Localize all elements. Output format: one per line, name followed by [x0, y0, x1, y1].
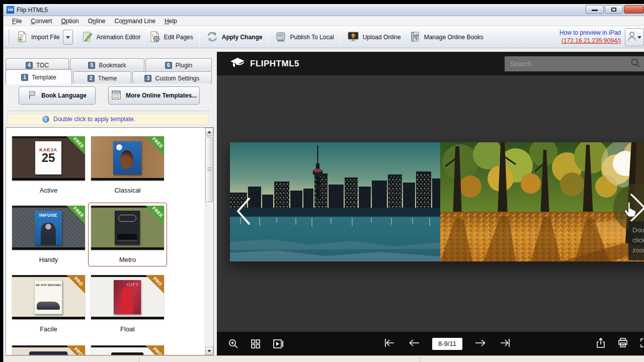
free-badge: FREE [66, 136, 85, 155]
template-partial-2[interactable]: PRO [91, 345, 164, 355]
hint-text: Double click to apply template. [53, 116, 135, 123]
autoflip-icon[interactable] [272, 338, 284, 349]
fliphtml5-logo-icon [229, 56, 246, 71]
template-metro-thumbnail[interactable]: FREE [91, 206, 164, 250]
last-page-icon[interactable] [499, 338, 512, 350]
hint-bar: i Double click to apply template. [8, 114, 209, 125]
title-bar: H5 Flip HTML5 [4, 4, 644, 16]
template-name: Classical [91, 187, 164, 194]
maximize-icon [611, 8, 616, 12]
more-online-templates-label: More Online Templates... [126, 92, 197, 99]
tab-number-badge: 3 [144, 75, 151, 82]
previous-page-icon[interactable] [408, 338, 420, 350]
cover-title: INFUSE [35, 213, 62, 218]
next-page-icon[interactable] [474, 338, 487, 350]
ipad-preview-link[interactable]: How to preview in iPad (172.16.21.235:90… [559, 29, 621, 45]
toolbar-grip [8, 30, 9, 45]
tab-custom-settings[interactable]: 3 Custom Settings [132, 71, 212, 84]
toolbar-separator [268, 29, 269, 46]
edit-pages-label: Edit Pages [164, 34, 193, 41]
fullscreen-icon[interactable] [639, 337, 644, 350]
template-list-scrollbar[interactable] [205, 128, 213, 355]
more-online-templates-button[interactable]: More Online Templates... [108, 86, 200, 105]
menu-online[interactable]: Online [84, 17, 110, 26]
menu-help[interactable]: Help [160, 17, 182, 26]
tab-number-badge: 5 [88, 62, 95, 69]
template-classical-thumbnail[interactable]: FREE [91, 136, 164, 180]
import-file-dropdown[interactable] [63, 30, 73, 45]
print-icon[interactable] [617, 337, 628, 350]
template-float-thumbnail[interactable]: GIFT PRO [91, 275, 164, 319]
ipad-link-url[interactable]: (172.16.21.235:9094/) [559, 37, 621, 45]
import-file-label: Import File [31, 34, 60, 41]
template-list: KAEJA 25 FREE Active FREE Classical [6, 127, 214, 355]
first-page-icon[interactable] [383, 338, 396, 350]
book-stage: Double click to zoom in. [217, 75, 644, 332]
triangle-up-icon [207, 131, 211, 133]
window-title: Flip HTML5 [17, 7, 48, 14]
search-icon[interactable] [630, 58, 640, 70]
page-indicator[interactable]: 8-9/11 [432, 338, 462, 350]
templates-window-icon [111, 90, 121, 102]
cover-number: 25 [35, 152, 61, 163]
screen-frame: H5 Flip HTML5 File Convert Option Online… [0, 0, 644, 362]
zoom-in-icon[interactable] [228, 338, 239, 349]
import-file-button[interactable]: Import File [12, 28, 64, 47]
template-thumbnail[interactable]: PRO [12, 345, 85, 355]
template-handy[interactable]: INFUSE FREE Handy [12, 206, 85, 263]
tab-number-badge: 4 [26, 62, 33, 69]
manage-online-books-button[interactable]: Manage Online Books [405, 28, 488, 47]
animation-editor-button[interactable]: Animation Editor [77, 28, 145, 47]
zoom-tooltip: Double click to zoom in. [628, 221, 644, 260]
tab-label: Bookmark [99, 62, 126, 69]
book-language-label: Book Language [41, 92, 87, 99]
free-badge: FREE [66, 206, 85, 224]
thumbnails-icon[interactable] [250, 338, 261, 349]
publish-local-icon [275, 31, 287, 44]
template-handy-thumbnail[interactable]: INFUSE FREE [12, 206, 85, 250]
scroll-up-button[interactable] [205, 128, 213, 136]
share-icon[interactable] [595, 337, 606, 350]
template-partial-1[interactable]: PRO [12, 345, 85, 355]
apply-change-icon [206, 31, 219, 44]
tab-plugin[interactable]: 6 Plugin [145, 58, 212, 71]
menu-bar: File Convert Option Online Command Line … [4, 16, 644, 26]
template-classical[interactable]: FREE Classical [91, 136, 164, 194]
tab-bookmark[interactable]: 5 Bookmark [70, 58, 144, 71]
menu-file[interactable]: File [8, 17, 26, 26]
edit-pages-button[interactable]: Edit Pages [145, 28, 197, 47]
account-button[interactable] [625, 28, 644, 46]
cover-title: DE WIT MOTORS [35, 284, 62, 287]
menu-option[interactable]: Option [56, 17, 83, 26]
book-language-button[interactable]: Book Language [19, 86, 96, 105]
tab-theme[interactable]: 2 Theme [73, 71, 131, 84]
ipad-link-text[interactable]: How to preview in iPad [559, 29, 621, 37]
flipbook-left-page[interactable] [230, 142, 440, 261]
template-active-thumbnail[interactable]: KAEJA 25 FREE [12, 136, 85, 180]
search-input[interactable] [505, 60, 630, 68]
close-button[interactable] [624, 5, 644, 14]
pro-badge: PRO [66, 345, 85, 355]
apply-change-button[interactable]: Apply Change [202, 28, 267, 47]
template-active[interactable]: KAEJA 25 FREE Active [12, 136, 85, 194]
template-facile-thumbnail[interactable]: DE WIT MOTORS PRO [12, 275, 85, 319]
scroll-down-button[interactable] [205, 347, 213, 355]
publish-to-local-label: Publish To Local [290, 34, 334, 41]
menu-command-line[interactable]: Command Line [110, 17, 159, 26]
template-name: Metro [91, 256, 164, 263]
template-facile[interactable]: DE WIT MOTORS PRO Facile [12, 275, 85, 333]
template-metro-selected[interactable]: FREE Metro [91, 206, 164, 263]
search-box[interactable] [505, 56, 644, 71]
upload-online-button[interactable]: Upload Online [343, 28, 405, 47]
template-float[interactable]: GIFT PRO Float [91, 275, 164, 333]
free-badge: FREE [145, 136, 164, 155]
scrollbar-thumb[interactable] [205, 137, 213, 202]
publish-to-local-button[interactable]: Publish To Local [271, 28, 338, 47]
previous-page-arrow[interactable] [234, 196, 253, 228]
tab-template[interactable]: 1 Template [6, 69, 72, 84]
template-thumbnail[interactable]: PRO [91, 345, 164, 355]
maximize-button[interactable] [605, 5, 623, 14]
menu-convert[interactable]: Convert [26, 17, 56, 26]
minimize-button[interactable] [586, 5, 604, 14]
flipbook [230, 142, 644, 261]
